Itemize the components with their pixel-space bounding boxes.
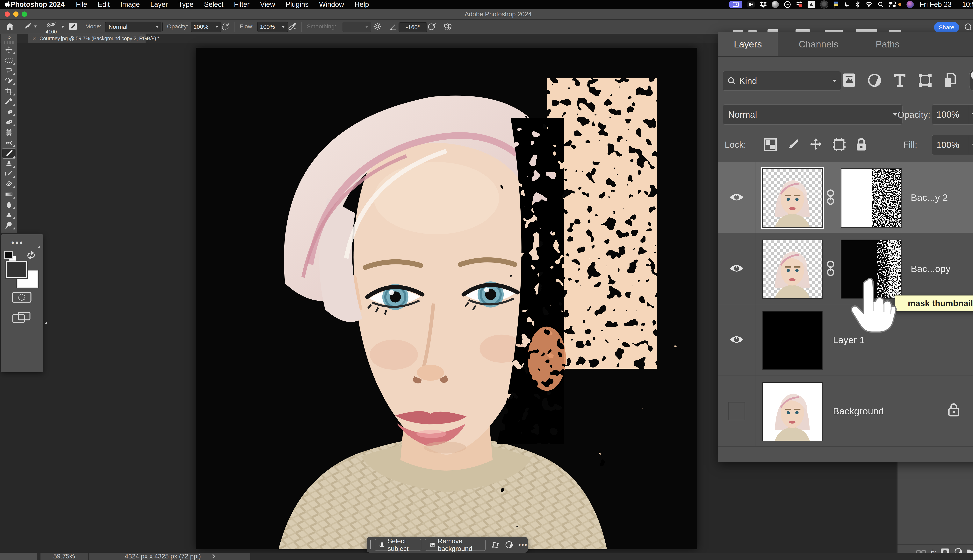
- spot-healing-brush-tool[interactable]: [3, 107, 15, 117]
- document-tab[interactable]: × Courtney.jpg @ 59.7% (Background copy …: [28, 34, 145, 43]
- share-button[interactable]: Share: [934, 22, 959, 33]
- frame-tool[interactable]: [3, 128, 15, 137]
- menu-layer[interactable]: Layer: [150, 0, 168, 8]
- brush-picker-chevron[interactable]: [61, 26, 64, 28]
- edit-toolbar-ellipsis-icon[interactable]: •••: [11, 238, 24, 248]
- menu-filter[interactable]: Filter: [234, 0, 249, 8]
- do-not-disturb-moon-icon[interactable]: [844, 0, 850, 9]
- pressure-opacity-icon[interactable]: [221, 22, 230, 32]
- siri-icon[interactable]: [906, 0, 914, 9]
- brush-tool[interactable]: [2, 148, 16, 159]
- toolbar-grip[interactable]: [4, 41, 14, 44]
- status-chevron-icon[interactable]: [211, 554, 215, 558]
- tab-channels[interactable]: Channels: [777, 32, 859, 57]
- transform-selection-icon[interactable]: [491, 540, 500, 549]
- lock-image-icon[interactable]: [787, 138, 799, 152]
- window-close-button[interactable]: [5, 12, 10, 17]
- menu-view[interactable]: View: [260, 0, 275, 8]
- layer-thumbnail[interactable]: [762, 168, 823, 228]
- menu-image[interactable]: Image: [120, 0, 140, 8]
- tab-close-icon[interactable]: ×: [32, 35, 36, 42]
- content-aware-move-tool[interactable]: [3, 138, 15, 148]
- quick-mask-icon[interactable]: [12, 292, 32, 303]
- foreground-color-swatch[interactable]: [6, 261, 27, 278]
- triangle-app-icon[interactable]: [807, 0, 815, 9]
- dodge-tool[interactable]: [3, 220, 15, 230]
- adjustment-icon[interactable]: [505, 540, 513, 549]
- layer-thumbnail[interactable]: [762, 240, 823, 299]
- symmetry-butterfly-icon[interactable]: [443, 22, 452, 32]
- screen-mirroring-icon[interactable]: [729, 0, 742, 9]
- lock-all-icon[interactable]: [856, 138, 867, 152]
- layer-name[interactable]: Bac...opy: [911, 233, 950, 304]
- healing-brush-tool[interactable]: [3, 117, 15, 127]
- clone-stamp-tool[interactable]: [3, 158, 15, 168]
- layer-row-background-copy-2[interactable]: Bac...y 2: [718, 162, 973, 233]
- screen-mode-icon[interactable]: [12, 312, 32, 325]
- menu-app-name[interactable]: Photoshop 2024: [10, 0, 65, 8]
- dropbox-sync-icon[interactable]: [796, 0, 802, 9]
- filter-pixel-layers-icon[interactable]: [843, 73, 856, 88]
- crop-tool[interactable]: [3, 86, 15, 96]
- layer-thumbnail[interactable]: [762, 311, 823, 370]
- visibility-eye-icon[interactable]: [729, 263, 744, 274]
- opacity-input[interactable]: 100%: [191, 22, 221, 32]
- menu-file[interactable]: File: [76, 0, 87, 8]
- menu-plugins[interactable]: Plugins: [286, 0, 309, 8]
- layer-thumbnail[interactable]: [762, 382, 823, 442]
- fill-input[interactable]: 100%: [932, 135, 973, 155]
- visibility-checkbox-empty[interactable]: [728, 402, 745, 420]
- lock-artboard-icon[interactable]: [832, 138, 846, 152]
- filter-shape-layers-icon[interactable]: [918, 73, 932, 88]
- window-minimize-button[interactable]: [13, 12, 18, 17]
- menu-type[interactable]: Type: [178, 0, 194, 8]
- blend-mode-select[interactable]: Normal: [105, 22, 163, 32]
- smoothing-gear-icon[interactable]: [373, 22, 382, 32]
- window-zoom-button[interactable]: [22, 12, 27, 17]
- select-subject-button[interactable]: Select subject: [374, 539, 421, 551]
- camera-app-icon[interactable]: [747, 0, 755, 9]
- filter-type-layers-icon[interactable]: [894, 73, 906, 88]
- layer-row-background[interactable]: Background: [718, 375, 973, 447]
- visibility-eye-icon[interactable]: [729, 192, 744, 203]
- lock-position-icon[interactable]: [809, 138, 823, 152]
- layer-row-layer-1[interactable]: Layer 1: [718, 304, 973, 375]
- remove-background-button[interactable]: Remove background: [425, 539, 486, 551]
- tool-preset-brush-icon[interactable]: [23, 22, 37, 30]
- sharpen-tool[interactable]: [3, 210, 15, 220]
- airbrush-icon[interactable]: [288, 22, 297, 32]
- swap-colors-icon[interactable]: [25, 250, 37, 261]
- mask-link-icon[interactable]: [826, 189, 836, 206]
- flow-input[interactable]: 100%: [257, 22, 288, 32]
- layer-name[interactable]: Background: [833, 375, 884, 447]
- default-colors-icon[interactable]: [4, 252, 18, 262]
- toolbar-collapse-icon[interactable]: »: [1, 34, 17, 40]
- brush-angle-control[interactable]: -160°: [389, 22, 427, 32]
- menu-edit[interactable]: Edit: [98, 0, 110, 8]
- apple-menu-icon[interactable]: [4, 0, 10, 9]
- filter-smart-objects-icon[interactable]: [944, 73, 957, 88]
- lock-transparency-icon[interactable]: [763, 138, 777, 152]
- move-tool[interactable]: [3, 45, 15, 55]
- toggle-brush-settings-icon[interactable]: [69, 22, 77, 32]
- lasso-tool[interactable]: [3, 66, 15, 75]
- menu-select[interactable]: Select: [204, 0, 223, 8]
- layer-name[interactable]: Bac...y 2: [911, 162, 948, 233]
- tab-paths[interactable]: Paths: [859, 32, 916, 57]
- angle-value[interactable]: -160°: [398, 22, 427, 32]
- tab-layers[interactable]: Layers: [718, 32, 777, 57]
- layer-row-background-copy[interactable]: Bac...opy: [718, 233, 973, 304]
- mask-link-icon[interactable]: [826, 260, 836, 277]
- filter-toggle-switch[interactable]: [969, 69, 973, 92]
- eyedropper-tool[interactable]: [3, 97, 15, 107]
- creative-cloud-icon[interactable]: [784, 0, 791, 9]
- dropbox-icon[interactable]: [760, 0, 767, 9]
- eraser-tool[interactable]: [3, 179, 15, 189]
- bluetooth-icon[interactable]: [856, 0, 860, 9]
- spotlight-search-icon[interactable]: [878, 0, 884, 9]
- history-brush-tool[interactable]: [3, 169, 15, 178]
- home-icon[interactable]: [5, 22, 14, 32]
- pressure-size-icon[interactable]: [427, 22, 436, 32]
- document-canvas[interactable]: [196, 48, 697, 549]
- menubar-date[interactable]: Fri Feb 23: [920, 0, 951, 8]
